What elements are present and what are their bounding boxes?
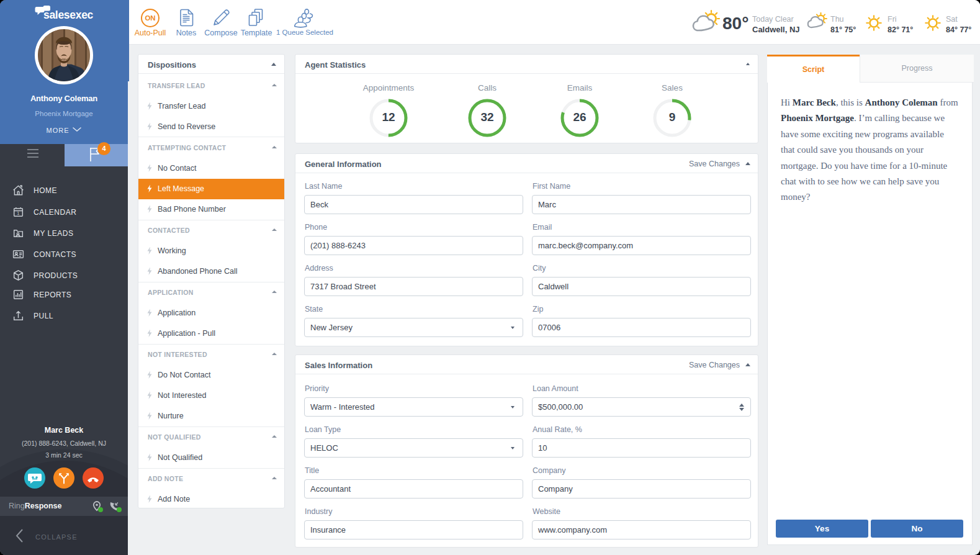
svg-text:salesexec: salesexec — [43, 9, 94, 21]
svg-text:1: 1 — [17, 210, 20, 216]
